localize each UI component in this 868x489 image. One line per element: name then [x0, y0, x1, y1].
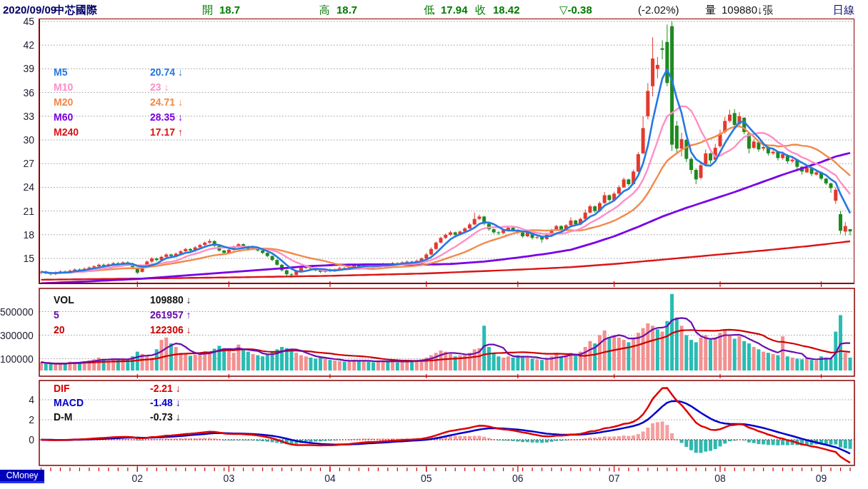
high-label: 高 [319, 4, 330, 17]
vol-ma5-legend-label: 5 [54, 309, 59, 321]
ma60-legend-value: 28.35 ↓ [150, 111, 183, 123]
dm-legend-label: D-M [54, 411, 72, 423]
stock-chart-app: { "header": { "date": "2020/09/09", "sto… [0, 0, 868, 489]
close-label: 收 [475, 4, 486, 17]
price-axis-label-39: 39 [10, 63, 34, 74]
price-axis-label-36: 36 [10, 87, 34, 99]
x-axis-label-08: 08 [709, 473, 731, 484]
change-pct: (-2.02%) [638, 4, 679, 16]
macd-legend-value: -1.48 ↓ [150, 397, 181, 408]
close-value: 18.42 [493, 4, 520, 16]
macd-axis-label-0: 0 [10, 434, 34, 445]
macd-axis-label-4: 4 [10, 394, 34, 405]
dm-legend-value: -0.73 ↓ [150, 411, 181, 423]
ma240-legend-label: M240 [54, 126, 79, 138]
ma5-legend-label: M5 [54, 66, 67, 78]
x-axis-label-09: 09 [811, 473, 832, 484]
ma20-legend-value: 24.71 ↓ [150, 96, 183, 108]
chart-canvas[interactable] [0, 0, 868, 489]
ma5-legend-value: 20.74 ↓ [150, 66, 183, 78]
period-selector[interactable]: 日線 [833, 4, 854, 17]
date-label: 2020/09/09 [3, 4, 56, 16]
vol-legend-label: VOL [54, 294, 74, 306]
volume-axis-label-300000: 300000 [0, 330, 24, 341]
x-axis-label-05: 05 [416, 473, 437, 484]
volume-axis-label-100000: 100000 [0, 353, 24, 365]
ma10-legend-value: 23 ↓ [150, 81, 169, 93]
vol-ma20-legend-value: 122306 ↓ [150, 324, 191, 336]
low-label: 低 [424, 4, 434, 17]
x-axis-label-04: 04 [319, 473, 341, 484]
price-axis-label-15: 15 [10, 253, 34, 264]
price-axis-label-30: 30 [10, 134, 34, 146]
price-axis-label-42: 42 [10, 39, 34, 51]
price-axis-label-27: 27 [10, 158, 34, 169]
price-axis-label-33: 33 [10, 111, 34, 122]
open-label: 開 [202, 4, 213, 17]
volume-value: 109880↓張 [722, 4, 774, 17]
volume-axis-label-500000: 500000 [0, 306, 24, 318]
cmoney-logo[interactable]: CMoney [0, 470, 44, 483]
x-axis-label-03: 03 [218, 473, 239, 484]
volume-label: 量 [705, 4, 716, 17]
x-axis-label-07: 07 [604, 473, 625, 484]
ma60-legend-label: M60 [54, 111, 73, 123]
change-value: ▽-0.38 [559, 4, 592, 16]
ma240-legend-value: 17.17 ↑ [150, 126, 183, 138]
low-value: 17.94 [441, 4, 468, 16]
open-value: 18.7 [219, 4, 240, 16]
vol-ma5-legend-value: 261957 ↑ [150, 309, 191, 321]
price-axis-label-18: 18 [10, 229, 34, 241]
ma20-legend-label: M20 [54, 96, 73, 108]
dif-legend-value: -2.21 ↓ [150, 383, 181, 394]
high-value: 18.7 [336, 4, 357, 16]
macd-legend-label: MACD [54, 397, 84, 408]
macd-axis-label-2: 2 [10, 414, 34, 425]
x-axis-label-06: 06 [507, 473, 529, 484]
x-axis-label-02: 02 [126, 473, 148, 484]
price-axis-label-21: 21 [10, 206, 34, 217]
dif-legend-label: DIF [54, 383, 70, 394]
price-axis-label-24: 24 [10, 181, 34, 193]
ma10-legend-label: M10 [54, 81, 73, 93]
price-axis-label-45: 45 [10, 16, 34, 27]
vol-ma20-legend-label: 20 [54, 324, 65, 336]
vol-legend-value: 109880 ↓ [150, 294, 191, 306]
stock-name: 中芯國際 [54, 4, 97, 17]
